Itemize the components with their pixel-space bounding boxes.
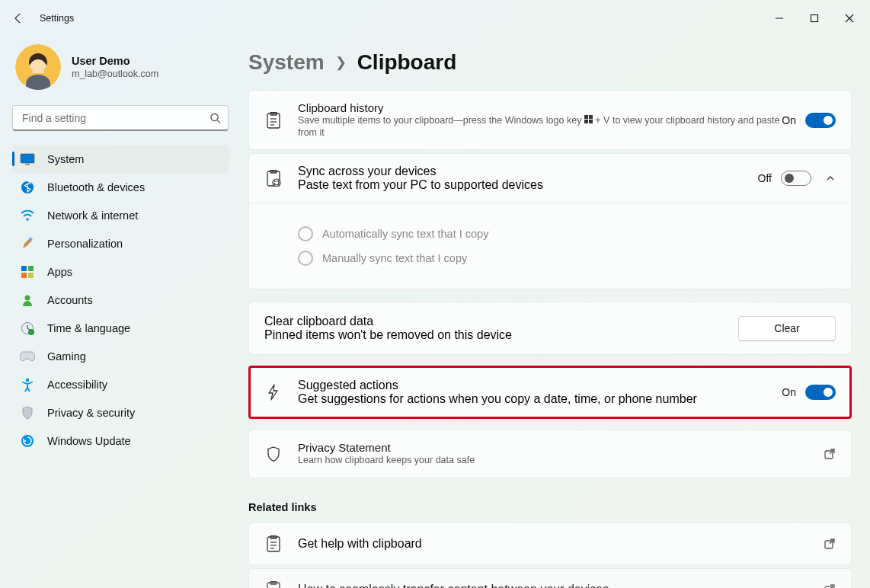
sync-option-manual[interactable]: Manually sync text that I copy (298, 251, 836, 266)
gaming-icon (20, 349, 35, 364)
svg-rect-5 (21, 154, 34, 163)
back-button[interactable] (3, 3, 34, 34)
privacy-statement-card[interactable]: Privacy Statement Learn how clipboard ke… (248, 430, 852, 478)
toggle-state-label: Off (758, 172, 772, 184)
nav-label: Accessibility (47, 379, 107, 391)
nav-label: Privacy & security (47, 407, 135, 419)
radio-label: Manually sync text that I copy (322, 252, 467, 264)
nav-label: Apps (47, 266, 72, 278)
svg-point-8 (26, 218, 29, 221)
lightning-icon (264, 384, 283, 401)
clear-clipboard-card: Clear clipboard data Pinned items won't … (248, 302, 852, 355)
apps-icon (20, 264, 35, 280)
related-links-heading: Related links (248, 501, 852, 513)
svg-rect-24 (584, 115, 588, 119)
card-desc: Get suggestions for actions when you cop… (298, 392, 782, 406)
search-wrap (12, 105, 229, 131)
nav-item-privacy[interactable]: Privacy & security (12, 398, 229, 427)
network-icon (20, 208, 35, 223)
radio-icon (298, 226, 313, 241)
sync-devices-toggle[interactable] (781, 171, 811, 186)
nav-item-accounts[interactable]: Accounts (12, 286, 229, 314)
svg-point-14 (25, 295, 30, 300)
nav-item-windows-update[interactable]: Windows Update (12, 427, 229, 455)
link-title: Get help with clipboard (298, 537, 824, 551)
svg-rect-38 (267, 583, 280, 588)
nav-label: Windows Update (47, 435, 131, 447)
radio-label: Automatically sync text that I copy (322, 228, 488, 240)
nav-item-accessibility[interactable]: Accessibility (12, 370, 229, 398)
nav: System Bluetooth & devices Network & int… (12, 145, 229, 455)
card-desc: Pinned items won't be removed on this de… (264, 328, 738, 342)
card-title: Clipboard history (298, 101, 782, 114)
breadcrumb: System ❯ Clipboard (248, 50, 852, 75)
avatar (15, 44, 61, 90)
nav-item-system[interactable]: System (12, 145, 229, 173)
svg-rect-19 (267, 113, 280, 128)
sync-devices-header[interactable]: Sync across your devices Paste text from… (249, 154, 851, 203)
svg-line-4 (217, 120, 220, 123)
user-email: m_lab@outlook.com (72, 69, 158, 79)
toggle-state-label: On (782, 114, 796, 126)
svg-rect-26 (584, 120, 588, 123)
sync-devices-card: Sync across your devices Paste text from… (248, 153, 852, 289)
titlebar: Settings (0, 0, 870, 37)
clipboard-icon (264, 581, 283, 588)
system-icon (20, 152, 35, 167)
card-desc: Save multiple items to your clipboard—pr… (298, 115, 782, 139)
clear-button[interactable]: Clear (738, 316, 836, 341)
nav-item-time-language[interactable]: Time & language (12, 314, 229, 342)
nav-item-personalization[interactable]: Personalization (12, 229, 229, 257)
nav-label: Network & internet (47, 209, 138, 222)
update-icon (20, 433, 35, 449)
toggle-state-label: On (782, 386, 796, 398)
personalization-icon (20, 236, 35, 251)
card-title: Suggested actions (298, 379, 782, 392)
svg-rect-6 (25, 164, 30, 165)
svg-rect-32 (267, 537, 280, 551)
transfer-content-link[interactable]: How to seamlessly transfer content betwe… (248, 568, 852, 588)
suggested-actions-toggle[interactable] (805, 385, 836, 400)
nav-item-network[interactable]: Network & internet (12, 201, 229, 229)
search-input[interactable] (12, 105, 229, 131)
window-title: Settings (40, 13, 74, 24)
suggested-actions-card[interactable]: Suggested actions Get suggestions for ac… (251, 368, 849, 417)
card-title: Clear clipboard data (264, 315, 738, 328)
minimize-button[interactable] (762, 6, 797, 30)
nav-item-gaming[interactable]: Gaming (12, 342, 229, 370)
main-content: System ❯ Clipboard Clipboard history Sav… (236, 37, 870, 588)
shield-icon (264, 446, 283, 462)
user-name: User Demo (72, 55, 158, 67)
windows-key-icon (584, 115, 593, 127)
svg-rect-11 (28, 266, 34, 271)
user-block[interactable]: User Demo m_lab@outlook.com (15, 44, 229, 90)
card-desc: Learn how clipboard keeps your data safe (298, 455, 824, 467)
maximize-button[interactable] (797, 6, 832, 30)
svg-rect-13 (28, 273, 34, 278)
svg-point-3 (211, 113, 218, 120)
card-desc: Paste text from your PC to supported dev… (298, 178, 758, 192)
search-icon (210, 113, 221, 124)
clipboard-icon (264, 535, 283, 552)
privacy-icon (20, 405, 35, 420)
breadcrumb-current: Clipboard (357, 50, 457, 75)
clipboard-history-card[interactable]: Clipboard history Save multiple items to… (248, 90, 852, 150)
chevron-up-icon[interactable] (825, 173, 836, 184)
link-title: How to seamlessly transfer content betwe… (298, 583, 824, 588)
nav-item-apps[interactable]: Apps (12, 257, 229, 286)
nav-label: System (47, 153, 84, 165)
sync-icon (264, 170, 283, 187)
accessibility-icon (20, 377, 35, 392)
nav-item-bluetooth[interactable]: Bluetooth & devices (12, 173, 229, 201)
nav-label: Gaming (47, 350, 86, 363)
close-button[interactable] (832, 6, 867, 30)
svg-point-17 (26, 378, 29, 381)
card-title: Privacy Statement (298, 441, 824, 454)
clipboard-icon (264, 112, 283, 129)
clipboard-history-toggle[interactable] (805, 113, 836, 128)
sync-option-auto[interactable]: Automatically sync text that I copy (298, 226, 836, 241)
nav-label: Time & language (47, 322, 130, 334)
help-clipboard-link[interactable]: Get help with clipboard (248, 522, 852, 565)
radio-icon (298, 251, 313, 266)
breadcrumb-parent[interactable]: System (248, 50, 325, 75)
